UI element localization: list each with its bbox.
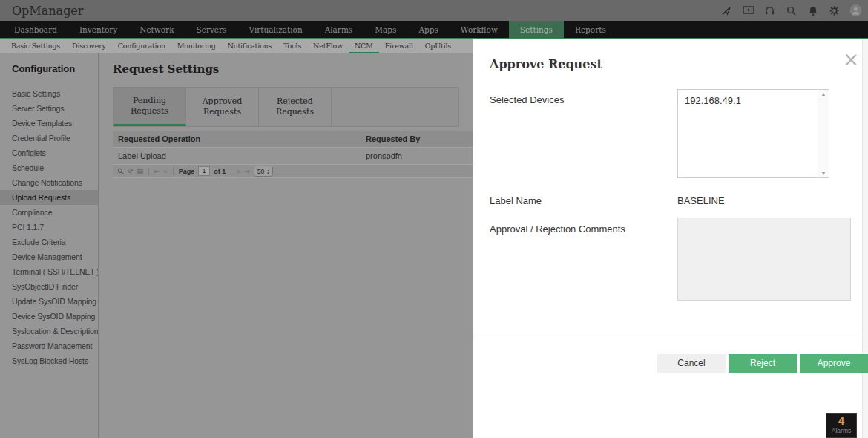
page-title: Request Settings [113, 62, 219, 76]
sidebar-item[interactable]: Exclude Criteria [0, 235, 98, 249]
pager-divider [173, 168, 174, 175]
subnav-item[interactable]: NetFlow [307, 39, 349, 53]
sidebar-heading: Configuration [12, 63, 98, 74]
tab[interactable]: Approved Requests [186, 88, 259, 126]
nav-item[interactable]: Apps [407, 21, 449, 38]
sidebar-item[interactable]: Terminal ( SSH/TELNET ) [0, 264, 98, 279]
selected-device-item[interactable]: 192.168.49.1 [678, 90, 829, 111]
approve-button[interactable]: Approve [800, 354, 868, 373]
subnav-item[interactable]: OpUtils [419, 39, 457, 53]
listbox-scrollbar[interactable]: ▲ ▼ [818, 90, 829, 177]
nav-item[interactable]: Alarms [314, 21, 364, 38]
sidebar-item[interactable]: Credential Profile [0, 131, 98, 146]
sidebar-list: Basic SettingsServer SettingsDevice Temp… [0, 86, 98, 368]
nav-item[interactable]: Servers [185, 21, 238, 38]
sidebar-item[interactable]: Password Management [0, 339, 98, 353]
subnav-item[interactable]: Firewall [379, 39, 419, 53]
settings-gear-icon[interactable] [828, 4, 841, 17]
notification-bell-icon[interactable] [806, 4, 819, 17]
subnav-item[interactable]: NCM [349, 39, 379, 53]
search-icon[interactable] [785, 4, 798, 17]
column-header: Requested Operation [113, 134, 366, 143]
sidebar-item[interactable]: Device SysOID Mapping [0, 309, 98, 324]
last-page-button[interactable]: ⇥ [244, 168, 250, 175]
reject-button[interactable]: Reject [729, 354, 797, 373]
alarms-label: Alarms [826, 427, 856, 434]
approve-request-modal: Approve Request × Selected Devices 192.1… [473, 39, 868, 438]
sidebar-item[interactable]: PCI 1.1.7 [0, 220, 98, 235]
subnav-item[interactable]: Notifications [222, 39, 277, 53]
sidebar-item[interactable]: Device Management [0, 249, 98, 264]
first-page-button[interactable]: ⇤ [154, 168, 160, 175]
subnav-item[interactable]: Tools [277, 39, 307, 53]
top-bar: OpManager [0, 0, 868, 21]
modal-scrollbar[interactable] [862, 39, 868, 438]
sidebar-item[interactable]: Compliance [0, 205, 98, 220]
page-size-select[interactable]: 50 ▴▾ [254, 166, 273, 177]
tab[interactable]: Pending Requests [114, 88, 186, 126]
cell-requested-operation: Label Upload [113, 151, 366, 160]
sidebar-item[interactable]: Server Settings [0, 101, 98, 116]
support-headset-icon[interactable] [763, 4, 776, 17]
nav-item[interactable]: Virtualization [237, 21, 313, 38]
alarms-count: 4 [826, 415, 856, 427]
requests-table: Requested OperationRequested By Label Up… [113, 131, 473, 178]
sidebar-item[interactable]: SysObjectID Finder [0, 279, 98, 294]
table-body: Label Upload pronspdfn [113, 148, 473, 165]
sidebar-item[interactable]: Configlets [0, 146, 98, 160]
sidebar-item[interactable]: Syslocation & Description [0, 324, 98, 339]
sidebar-item[interactable]: Basic Settings [0, 86, 98, 101]
subnav-item[interactable]: Configuration [112, 39, 171, 53]
nav-item[interactable]: Dashboard [3, 21, 68, 38]
sidebar-item[interactable]: Update SysOID Mapping [0, 294, 98, 309]
table-search-icon[interactable] [117, 168, 124, 174]
user-avatar[interactable] [849, 4, 862, 17]
pager-divider [231, 168, 231, 175]
sidebar-item[interactable]: SysLog Blocked Hosts [0, 353, 98, 368]
selected-devices-listbox[interactable]: 192.168.49.1 ▲ ▼ [677, 89, 829, 178]
request-settings-panel: Request Settings Pending RequestsApprove… [99, 53, 473, 438]
footer-divider [473, 336, 868, 336]
page-label: Page [179, 168, 195, 175]
nav-item[interactable]: Settings [509, 21, 564, 38]
sidebar-item[interactable]: Device Templates [0, 116, 98, 131]
sidebar-item[interactable]: Change Notifications [0, 175, 98, 190]
topbar-icons [720, 4, 862, 17]
export-icon[interactable]: ▤ [137, 168, 144, 174]
label-name-label: Label Name [490, 195, 542, 206]
nav-item[interactable]: Inventory [68, 21, 128, 38]
content-area: Configuration Basic SettingsServer Setti… [0, 53, 473, 438]
tab[interactable]: Rejected Requests [259, 88, 332, 126]
alarms-badge[interactable]: 4 Alarms [826, 413, 857, 438]
rocket-icon[interactable] [720, 4, 733, 17]
sidebar-item[interactable]: Upload Requests [0, 190, 98, 205]
main-navigation: DashboardInventoryNetworkServersVirtuali… [0, 21, 868, 39]
comments-textarea[interactable] [677, 218, 851, 301]
nav-item[interactable]: Network [128, 21, 185, 38]
scroll-down-icon[interactable]: ▼ [818, 171, 829, 176]
prev-page-button[interactable]: « [164, 168, 168, 175]
page-number-input[interactable]: 1 [198, 166, 210, 176]
modal-buttons: Cancel Reject Approve [657, 354, 868, 373]
subnav-item[interactable]: Discovery [66, 39, 112, 53]
video-tour-icon[interactable] [742, 4, 754, 17]
nav-item[interactable]: Workflow [450, 21, 509, 38]
column-header: Requested By [366, 134, 473, 143]
subnav-item[interactable]: Basic Settings [5, 39, 66, 53]
next-page-button[interactable]: » [237, 168, 240, 175]
sidebar-item[interactable]: Schedule [0, 160, 98, 175]
cancel-button[interactable]: Cancel [657, 354, 726, 373]
refresh-icon[interactable]: ⟳ [128, 168, 134, 174]
request-tabs: Pending RequestsApproved RequestsRejecte… [113, 87, 459, 127]
label-name-value: BASELINE [677, 195, 725, 206]
nav-item[interactable]: Maps [364, 21, 407, 38]
sub-navigation: Basic SettingsDiscoveryConfigurationMoni… [0, 39, 479, 53]
table-row[interactable]: Label Upload pronspdfn [113, 148, 473, 165]
close-icon[interactable]: × [843, 50, 859, 69]
spinner-arrows-icon: ▴▾ [267, 169, 269, 174]
selected-devices-label: Selected Devices [490, 94, 564, 105]
scroll-up-icon[interactable]: ▲ [818, 91, 829, 97]
subnav-item[interactable]: Monitoring [171, 39, 222, 53]
pagination-bar: ⟳ ▤ ⇤ « Page 1 of 1 » ⇥ 50 ▴▾ [113, 165, 473, 178]
nav-item[interactable]: Reports [564, 21, 617, 38]
